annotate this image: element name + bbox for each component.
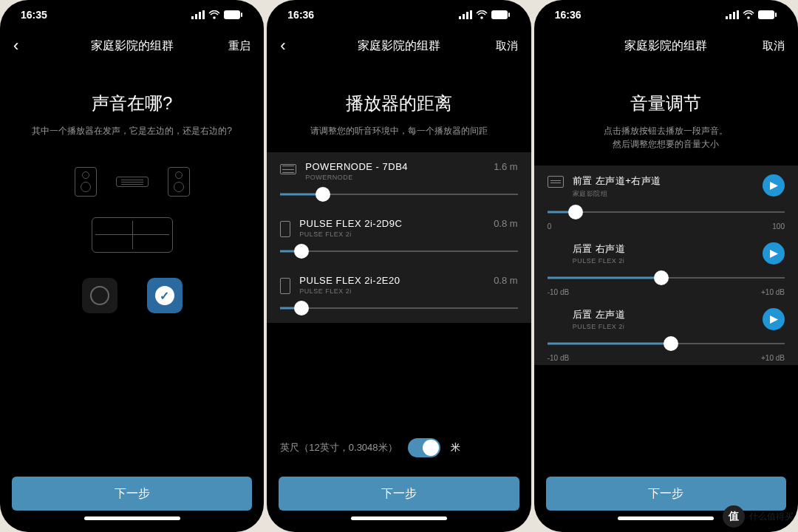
svg-rect-8 [466,12,468,19]
device-icon [280,221,290,237]
range-max: +10 dB [761,354,785,362]
volume-slider[interactable] [548,335,785,352]
svg-rect-2 [199,12,201,19]
svg-rect-5 [241,13,242,17]
nav-bar: ‹ 家庭影院的组群 重启 [0,30,264,62]
svg-rect-1 [195,14,197,19]
volume-item-rear-left: 后置 左声道 PULSE FLEX 2i -10 dB+10 dB [534,299,798,365]
status-icons [726,10,777,19]
nav-title: 家庭影院的组群 [358,38,440,54]
device-type: POWERNODE [305,174,494,181]
nav-action-cancel[interactable]: 取消 [481,39,518,53]
svg-rect-4 [224,10,240,19]
svg-rect-7 [463,14,465,19]
speaker-diagram: ✓ [0,167,264,313]
nav-title: 家庭影院的组群 [624,38,707,54]
node-icon [116,177,149,187]
battery-icon [758,10,777,19]
svg-rect-10 [491,10,508,19]
choice-right[interactable]: ✓ [147,278,183,313]
device-name: PULSE FLEX 2i-2D9C [299,218,494,229]
volume-item-rear-right: 后置 右声道 PULSE FLEX 2i -10 dB+10 dB [534,233,798,299]
volume-panel: 前置 左声道+右声道 家庭影院组 0100 后置 右声道 PULSE FLEX … [534,166,798,365]
chevron-left-icon: ‹ [280,38,285,54]
device-icon [548,176,564,188]
home-indicator[interactable] [351,516,447,520]
screen-sound-position: 16:35 ‹ 家庭影院的组群 重启 声音在哪? 其中一个播放器在发声，它是左边… [0,0,264,532]
channel-sub: PULSE FLEX 2i [573,257,763,265]
svg-rect-11 [508,13,510,17]
channel-sub: PULSE FLEX 2i [573,323,763,330]
unit-row: 英尺（12英寸，0.3048米） 米 [267,438,531,466]
wifi-icon [208,10,220,19]
channel-name: 前置 左声道+右声道 [573,174,763,188]
volume-slider[interactable] [548,203,785,221]
range-max: 100 [772,222,785,231]
distance-slider[interactable] [280,185,517,203]
svg-marker-19 [770,250,778,258]
back-button[interactable]: ‹ [13,38,50,54]
svg-rect-3 [202,10,205,19]
wifi-icon [743,10,754,19]
range-max: +10 dB [761,288,785,296]
page-subtitle: 请调整您的听音环境中，每一个播放器的间距 [267,124,531,137]
device-type: PULSE FLEX 2i [299,231,494,238]
check-icon: ✓ [155,286,174,305]
unit-toggle[interactable] [408,438,440,457]
home-indicator[interactable] [84,516,180,520]
distance-item-flex2: PULSE FLEX 2i-2E20 PULSE FLEX 2i 0.8 m [267,266,531,323]
clock: 16:36 [287,9,314,21]
clock: 16:36 [555,9,582,21]
nav-action-restart[interactable]: 重启 [214,39,250,53]
page-subtitle: 其中一个播放器在发声，它是左边的，还是右边的? [0,124,264,137]
battery-icon [224,10,243,19]
svg-marker-18 [770,182,778,190]
watermark-icon: 值 [723,505,745,528]
watermark-text: 什么值得买 [749,511,794,523]
nav-bar: 家庭影院的组群 取消 [534,30,798,62]
channel-name: 后置 左声道 [573,308,763,321]
svg-rect-14 [733,12,735,19]
choice-left[interactable] [82,278,117,313]
svg-rect-13 [729,14,732,19]
next-button[interactable]: 下一步 [12,477,252,511]
status-bar: 16:35 [0,0,264,30]
signal-icon [726,10,739,19]
device-icon [280,164,296,174]
volume-slider[interactable] [548,269,785,287]
distance-value: 1.6 m [494,161,518,172]
status-bar: 16:36 [267,0,531,30]
signal-icon [191,10,205,19]
device-name: POWERNODE - 7DB4 [305,161,494,172]
back-button[interactable]: ‹ [280,38,317,54]
unit-feet-label: 英尺（12英寸，0.3048米） [280,441,397,454]
channel-name: 后置 右声道 [573,242,763,256]
signal-icon [459,10,472,19]
device-icon [280,278,290,294]
svg-rect-17 [775,13,777,17]
distance-item-flex1: PULSE FLEX 2i-2D9C PULSE FLEX 2i 0.8 m [267,209,531,266]
play-button[interactable] [763,242,785,265]
home-indicator[interactable] [618,516,714,520]
play-button[interactable] [763,308,785,330]
status-icons [459,10,511,19]
battery-icon [491,10,511,19]
screen-player-distance: 16:36 ‹ 家庭影院的组群 取消 播放器的距离 请调整您的听音环境中，每一个… [267,0,531,532]
svg-rect-12 [726,16,728,19]
device-name: PULSE FLEX 2i-2E20 [299,275,494,286]
wifi-icon [476,10,488,19]
nav-title: 家庭影院的组群 [91,38,174,54]
svg-marker-20 [770,316,778,324]
play-button[interactable] [763,174,785,197]
nav-action-cancel[interactable]: 取消 [748,39,785,53]
channel-sub: 家庭影院组 [573,189,763,199]
page-title: 音量调节 [534,92,798,115]
status-icons [191,10,243,19]
screen-volume-adjust: 16:36 家庭影院的组群 取消 音量调节 点击播放按钮去播放一段声音。 然后调… [534,0,798,532]
right-speaker-icon [168,167,190,197]
distance-slider[interactable] [280,299,517,317]
next-button[interactable]: 下一步 [279,477,519,511]
distance-slider[interactable] [280,242,517,260]
range-min: 0 [548,222,552,231]
distance-panel: POWERNODE - 7DB4 POWERNODE 1.6 m PULSE F… [267,152,531,323]
